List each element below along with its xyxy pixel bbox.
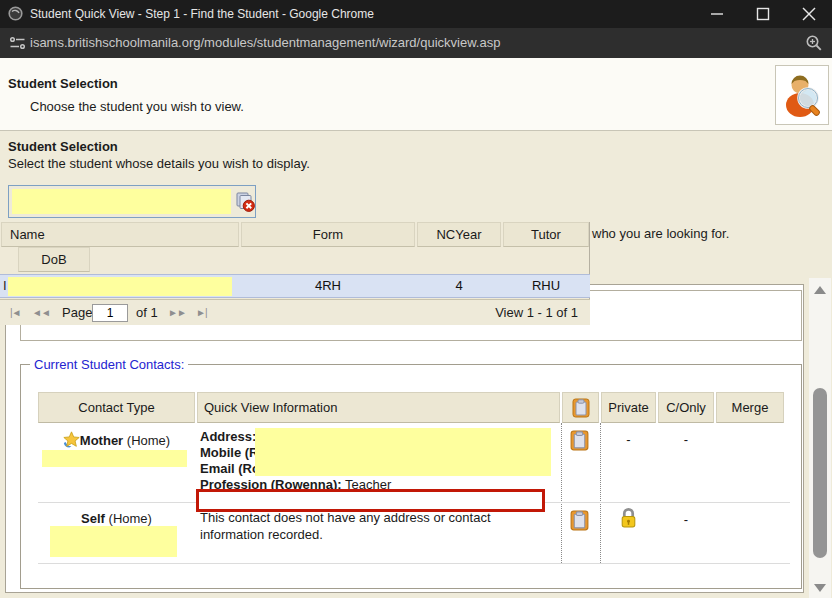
scrollbar-thumb[interactable]: [813, 388, 827, 558]
banner-title: Student Selection: [8, 76, 118, 91]
redacted-student-name: [8, 277, 232, 296]
find-student-icon: [781, 72, 823, 118]
grid-header-ncyear[interactable]: NCYear: [417, 222, 501, 247]
grid-header-tutor[interactable]: Tutor: [503, 222, 589, 247]
selection-heading: Student Selection: [8, 139, 118, 154]
pager-next-icon[interactable]: ►►: [168, 300, 186, 326]
minimize-button[interactable]: [694, 0, 740, 28]
pager-first-icon[interactable]: |◄: [10, 300, 21, 326]
vertical-scrollbar[interactable]: [809, 278, 831, 598]
minimize-icon: [710, 7, 724, 21]
redacted-contact-details: [255, 428, 551, 476]
contact-type-mother: Mother (Home): [38, 431, 195, 448]
grid-header-form[interactable]: Form: [241, 222, 415, 247]
name-fragment: I: [3, 278, 7, 293]
student-result-row[interactable]: I 4RH 4 RHU: [0, 274, 590, 298]
address-bar[interactable]: isams.britishschoolmanila.org/modules/st…: [0, 28, 832, 58]
close-button[interactable]: [786, 0, 832, 28]
contact-notes-button[interactable]: [569, 510, 590, 534]
wizard-banner: Student Selection Choose the student you…: [0, 58, 832, 131]
scroll-up-icon[interactable]: [814, 286, 826, 294]
grid-header-name[interactable]: Name: [1, 222, 239, 247]
col-header-notes: [562, 392, 599, 423]
col-header-quick-view: Quick View Information: [197, 392, 560, 423]
address-label: Address:: [200, 429, 256, 445]
page-favicon: [8, 6, 23, 24]
cell-tutor: RHU: [503, 278, 589, 293]
lock-icon: [619, 507, 638, 528]
url-text[interactable]: isams.britishschoolmanila.org/modules/st…: [30, 28, 500, 58]
contact-type-self: Self (Home): [38, 511, 195, 526]
cell-form: 4RH: [241, 278, 415, 293]
maximize-icon: [756, 7, 770, 21]
title-bar: Student Quick View - Step 1 - Find the S…: [0, 0, 832, 28]
priority-star-icon: [63, 431, 80, 448]
col-header-contact-type: Contact Type: [38, 392, 195, 423]
col-header-private: Private: [601, 392, 656, 423]
zoom-icon[interactable]: [805, 34, 823, 55]
pager-view-status: View 1 - 1 of 1: [495, 300, 578, 326]
cell-ncyear: 4: [417, 278, 501, 293]
contact-notes-button[interactable]: [569, 430, 590, 454]
pager-page-label: Page: [62, 300, 92, 326]
clipboard-icon: [569, 510, 590, 531]
contact-location: (Home): [105, 511, 152, 526]
student-search-input[interactable]: [12, 189, 231, 214]
redacted-contact-name: [42, 450, 187, 467]
contact-relation: Mother: [80, 433, 123, 448]
window-title: Student Quick View - Step 1 - Find the S…: [30, 0, 374, 28]
conly-flag-mother: -: [658, 432, 714, 447]
pager-of-label: of 1: [136, 300, 158, 326]
pager-page-input[interactable]: [92, 304, 128, 322]
grid-pager: |◄ ◄◄ Page of 1 ►► ►| View 1 - 1 of 1: [0, 299, 590, 325]
no-contact-info-message: This contact does not have any address o…: [200, 509, 548, 543]
search-results-grid: Name Form NCYear Tutor DoB I 4RH 4 RHU |…: [0, 222, 590, 325]
browser-window: Student Quick View - Step 1 - Find the S…: [0, 0, 832, 598]
col-header-merge: Merge: [716, 392, 784, 423]
site-settings-icon[interactable]: [9, 36, 26, 53]
scroll-down-icon[interactable]: [814, 584, 826, 592]
email-label: Email (Ro: [200, 461, 260, 477]
clipboard-icon: [569, 430, 590, 451]
student-search-widget: [8, 185, 256, 218]
current-contacts-legend: Current Student Contacts:: [30, 357, 188, 372]
redacted-contact-name: [50, 526, 177, 557]
maximize-button[interactable]: [740, 0, 786, 28]
contact-relation: Self: [81, 511, 105, 526]
banner-subtitle: Choose the student you wish to view.: [30, 99, 244, 114]
mobile-label: Mobile (R: [200, 445, 259, 461]
close-icon: [802, 7, 816, 21]
contact-location: (Home): [123, 433, 170, 448]
grid-header-dob[interactable]: DoB: [18, 247, 90, 272]
column-divider: [561, 423, 562, 563]
pager-last-icon[interactable]: ►|: [196, 300, 207, 326]
private-lock-self: [601, 507, 656, 531]
conly-flag-self: -: [658, 512, 714, 527]
background-helper-text: who you are looking for.: [592, 226, 729, 241]
annotation-highlight-box: [196, 489, 545, 512]
selection-instruction: Select the student whose details you wis…: [8, 156, 310, 171]
private-flag-mother: -: [601, 432, 656, 447]
pager-prev-icon[interactable]: ◄◄: [32, 300, 50, 326]
table-bottom-border: [38, 563, 790, 564]
clipboard-icon: [571, 398, 591, 418]
col-header-conly: C/Only: [658, 392, 714, 423]
wizard-step-icon-box: [775, 65, 829, 125]
clear-search-icon[interactable]: [235, 192, 255, 215]
